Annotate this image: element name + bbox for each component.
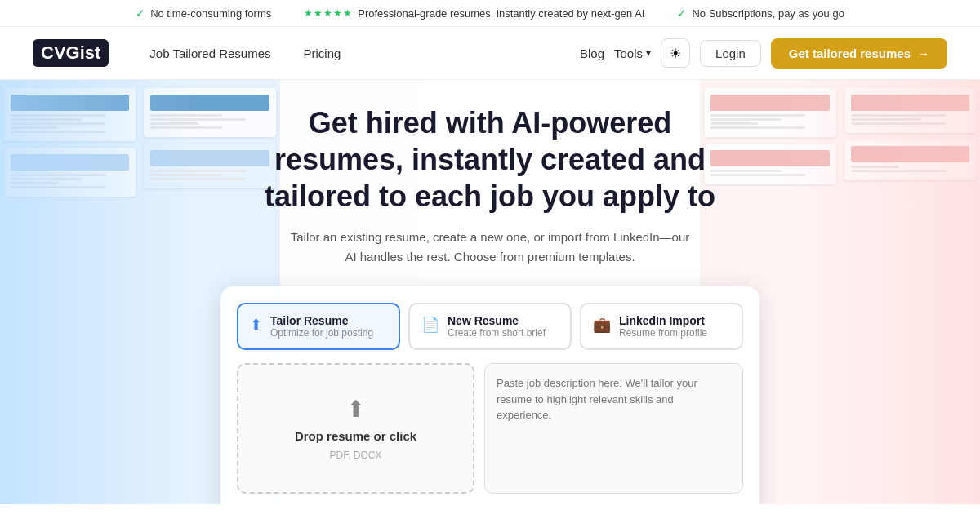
tab-new-sub: Create from short brief [448,327,546,339]
action-body: ⬆ Drop resume or click PDF, DOCX [237,363,743,494]
sun-icon: ☀ [670,46,681,61]
top-banner: ✓ No time-consuming forms ★★★★★ Professi… [0,0,980,27]
drop-subtitle: PDF, DOCX [329,450,381,461]
banner-item-3: ✓ No Subscriptions, pay as you go [677,7,844,20]
upload-icon: ⬆ [250,316,262,334]
drop-zone[interactable]: ⬆ Drop resume or click PDF, DOCX [237,363,474,494]
tab-linkedin-import[interactable]: 💼 LinkedIn Import Resume from profile [580,303,743,350]
drop-upload-icon: ⬆ [346,396,365,423]
action-tabs: ⬆ Tailor Resume Optimize for job posting… [237,303,743,350]
tab-new-title: New Resume [448,314,546,327]
drop-title: Drop resume or click [295,429,416,443]
nav-blog[interactable]: Blog [580,47,604,60]
nav-tools[interactable]: Tools ▾ [614,47,651,60]
banner-text-1: No time-consuming forms [150,7,271,20]
cta-arrow-icon: → [917,47,929,60]
action-card: ⬆ Tailor Resume Optimize for job posting… [220,286,760,504]
header: CVGist Job Tailored Resumes Pricing Blog… [0,27,980,80]
tab-tailor-sub: Optimize for job posting [270,327,373,339]
nav-job-tailored[interactable]: Job Tailored Resumes [133,47,287,60]
tab-tailor-title: Tailor Resume [270,314,373,327]
nav-pricing[interactable]: Pricing [287,47,358,60]
cta-label: Get tailored resumes [789,47,911,60]
banner-text-3: No Subscriptions, pay as you go [692,7,844,20]
tab-tailor-resume[interactable]: ⬆ Tailor Resume Optimize for job posting [237,303,400,350]
nav: Job Tailored Resumes Pricing [133,47,357,60]
theme-toggle-button[interactable]: ☀ [661,38,690,68]
login-button[interactable]: Login [700,40,761,67]
banner-text-2: Professional-grade resumes, instantly cr… [358,7,644,20]
banner-item-2: ★★★★★ Professional-grade resumes, instan… [304,7,644,20]
tools-chevron-icon: ▾ [646,47,651,59]
check-icon-2: ✓ [677,7,687,20]
banner-item-1: ✓ No time-consuming forms [136,7,271,20]
document-icon: 📄 [421,316,439,334]
tab-linkedin-sub: Resume from profile [619,327,707,339]
header-right: Blog Tools ▾ ☀ Login Get tailored resume… [580,38,947,69]
logo[interactable]: CVGist [33,39,109,67]
hero-title: Get hired with AI-powered resumes, insta… [253,104,727,215]
stars-icon: ★★★★★ [304,7,353,19]
hero: Get hired with AI-powered resumes, insta… [0,80,980,504]
linkedin-icon: 💼 [593,316,611,334]
hero-subtitle: Tailor an existing resume, create a new … [286,228,694,267]
job-description-input[interactable] [484,363,743,494]
hero-content: Get hired with AI-powered resumes, insta… [0,80,980,504]
tab-linkedin-title: LinkedIn Import [619,314,707,327]
check-icon-1: ✓ [136,7,145,20]
tab-new-resume[interactable]: 📄 New Resume Create from short brief [408,303,572,350]
get-tailored-resumes-button[interactable]: Get tailored resumes → [771,38,947,69]
